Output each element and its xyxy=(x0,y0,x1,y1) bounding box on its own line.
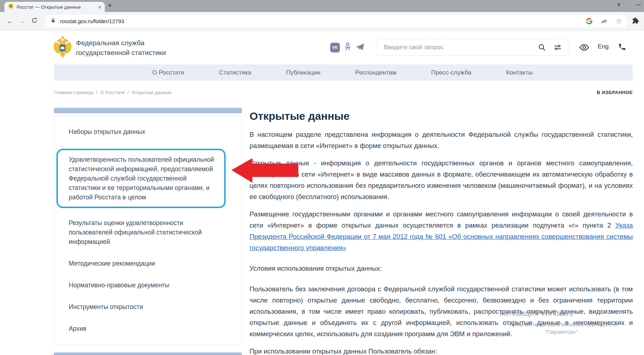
phone-icon[interactable] xyxy=(618,43,626,51)
forward-icon[interactable]: → xyxy=(16,17,28,25)
site-favicon xyxy=(8,3,14,10)
sidebar: Наборы открытых данных Удовлетворенность… xyxy=(54,108,242,355)
paragraph-legal-basis-text: Размещение государственными органами и о… xyxy=(250,210,633,229)
site-search xyxy=(376,39,568,56)
google-account-icon[interactable] xyxy=(586,18,593,25)
sidebar-item-satisfaction-results[interactable]: Результаты оценки удовлетворенности поль… xyxy=(69,218,227,246)
nav-item-about[interactable]: О Росстате xyxy=(152,69,184,76)
breadcrumb-row: Главная страница / О Росстате / Открытые… xyxy=(54,86,633,99)
site-header: Федеральная служба государственной стати… xyxy=(0,31,644,64)
org-name-line1: Федеральная служба xyxy=(76,38,166,48)
address-bar[interactable]: rosstat.gov.ru/folder/12793 ☆ xyxy=(45,15,628,28)
breadcrumb-current: Открытые данные xyxy=(132,90,171,95)
language-toggle[interactable]: Eng xyxy=(598,43,609,50)
paragraph-legal-basis: Размещение государственными органами и о… xyxy=(250,208,633,253)
reload-icon[interactable] xyxy=(28,17,40,26)
sidebar-bottom-bar xyxy=(54,352,242,355)
org-name-line2: государственной статистики xyxy=(76,48,166,58)
sidebar-card: Наборы открытых данных Удовлетворенность… xyxy=(54,116,242,345)
social-links: VK xyxy=(330,42,364,52)
browser-toolbar: ← → rosstat.gov.ru/folder/12793 ☆ xyxy=(0,12,644,31)
add-to-favorites-button[interactable]: В ИЗБРАННОЕ xyxy=(597,90,633,95)
main-navigation: О Росстате Статистика Публикации Респонд… xyxy=(54,64,633,81)
search-icon[interactable] xyxy=(538,43,546,51)
sidebar-item-openness-tools[interactable]: Инструменты открытости xyxy=(69,302,227,312)
browser-tab-strip: Росстат — Открытые данные × + ∨ — xyxy=(0,0,644,12)
window-chevron-icon[interactable]: ∨ xyxy=(617,1,621,8)
paragraph-terms-heading: Условия использования открытых данных: xyxy=(250,263,633,274)
rosstat-logo[interactable] xyxy=(54,35,71,60)
advanced-search-sliders-icon[interactable] xyxy=(554,43,562,51)
org-name[interactable]: Федеральная служба государственной стати… xyxy=(76,38,166,58)
tab-close-icon[interactable]: × xyxy=(98,4,101,10)
breadcrumb-about[interactable]: О Росстате xyxy=(100,90,125,95)
odnoklassniki-icon[interactable] xyxy=(345,42,351,52)
url-text[interactable]: rosstat.gov.ru/folder/12793 xyxy=(60,18,578,24)
nav-item-respondents[interactable]: Респондентам xyxy=(355,69,396,76)
nav-item-contacts[interactable]: Контакты xyxy=(506,69,533,76)
back-icon[interactable]: ← xyxy=(4,17,16,25)
red-annotation-arrow xyxy=(231,158,298,185)
accessibility-eye-icon[interactable] xyxy=(579,43,589,51)
lock-icon xyxy=(51,17,56,25)
paragraph-definition: Открытые данные - информация о деятельно… xyxy=(250,157,633,202)
sidebar-item-datasets[interactable]: Наборы открытых данных xyxy=(69,127,227,136)
browser-tab[interactable]: Росстат — Открытые данные × xyxy=(4,2,105,12)
nav-item-publications[interactable]: Публикации xyxy=(286,69,320,76)
page-title: Открытые данные xyxy=(250,109,633,123)
extensions-puzzle-icon[interactable] xyxy=(631,17,639,26)
sidebar-item-archive[interactable]: Архив xyxy=(69,324,227,333)
paragraph-obligations-clipped: При использовании открытых данных Пользо… xyxy=(250,346,633,355)
nav-item-press[interactable]: Пресс-служба xyxy=(431,69,471,76)
vk-icon[interactable]: VK xyxy=(330,43,340,52)
sidebar-item-method-recommendations[interactable]: Методические рекомендации xyxy=(69,259,227,268)
share-icon[interactable] xyxy=(601,18,608,25)
paragraph-intro: В настоящем разделе представлена информа… xyxy=(250,129,633,151)
sidebar-top-bar xyxy=(54,108,242,113)
breadcrumb-home[interactable]: Главная страница xyxy=(54,90,93,95)
telegram-icon[interactable] xyxy=(355,43,364,52)
bookmark-star-icon[interactable]: ☆ xyxy=(616,17,622,25)
main-article: Открытые данные В настоящем разделе пред… xyxy=(250,108,633,355)
nav-item-statistics[interactable]: Статистика xyxy=(219,69,251,76)
tab-title: Росстат — Открытые данные xyxy=(17,4,95,10)
page-content: Наборы открытых данных Удовлетворенность… xyxy=(54,108,633,355)
sidebar-item-legal-documents[interactable]: Нормативно-правовые документы xyxy=(69,280,227,290)
sidebar-item-user-satisfaction-highlighted[interactable]: Удовлетворенность пользователей официаль… xyxy=(56,149,226,208)
breadcrumb: Главная страница / О Росстате / Открытые… xyxy=(54,90,171,95)
breadcrumb-separator: / xyxy=(96,90,98,95)
breadcrumb-separator: / xyxy=(127,90,129,95)
window-minimize-icon[interactable]: — xyxy=(636,1,641,7)
paragraph-usage-rights: Пользователь без заключения договора с Ф… xyxy=(250,283,633,339)
new-tab-button[interactable]: + xyxy=(108,1,112,10)
search-input[interactable] xyxy=(383,43,530,51)
